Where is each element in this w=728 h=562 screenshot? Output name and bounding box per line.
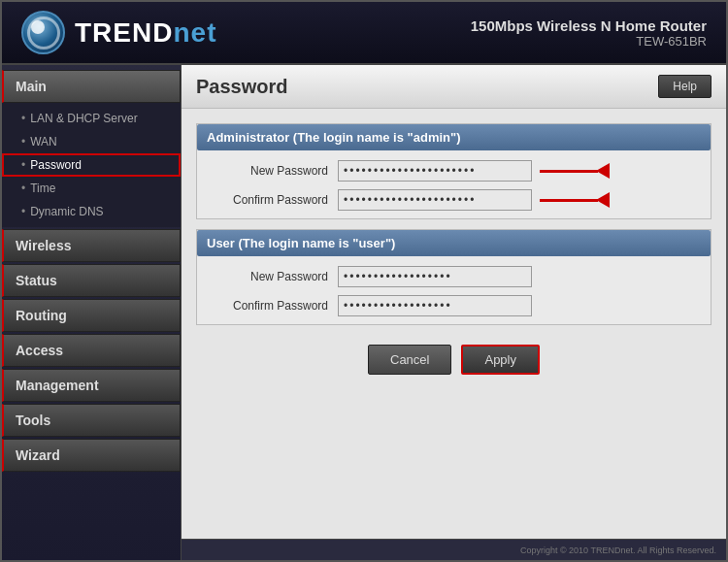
sidebar-item-tools[interactable]: Tools [2,404,181,437]
apply-button[interactable]: Apply [461,345,540,375]
sidebar-item-time[interactable]: • Time [2,177,181,200]
sidebar-item-wizard[interactable]: Wizard [2,439,181,472]
sidebar-wireless-label: Wireless [16,238,71,253]
bullet-icon: • [21,135,25,149]
admin-confirm-password-arrow [540,192,610,208]
user-section: User (The login name is "user") New Pass… [196,229,711,325]
help-button[interactable]: Help [658,75,711,98]
cancel-button[interactable]: Cancel [368,345,451,375]
admin-new-password-row: New Password [197,160,711,182]
page-title: Password [196,76,287,98]
bullet-icon: • [21,158,25,172]
sidebar-item-wireless[interactable]: Wireless [2,229,181,262]
header: TRENDnet 150Mbps Wireless N Home Router … [2,2,726,65]
device-number: TEW-651BR [471,34,707,49]
sidebar-section-status: Status [2,264,181,297]
sidebar-item-main[interactable]: Main [2,70,181,103]
logo-net: net [173,17,216,48]
sidebar-item-password[interactable]: • Password [2,153,181,177]
sidebar-item-management[interactable]: Management [2,369,181,402]
sidebar-section-wireless: Wireless [2,229,181,262]
admin-section: Administrator (The login name is "admin"… [196,123,711,219]
sidebar-item-routing[interactable]: Routing [2,299,181,332]
sidebar-item-wan[interactable]: • WAN [2,130,181,153]
sidebar-section-routing: Routing [2,299,181,332]
sidebar: Main • LAN & DHCP Server • WAN • Passwor… [2,65,182,560]
content-area: Main • LAN & DHCP Server • WAN • Passwor… [2,65,726,560]
admin-confirm-password-row: Confirm Password [197,189,711,211]
sidebar-tools-label: Tools [16,413,50,428]
red-arrow-icon-2 [540,192,610,208]
admin-new-password-arrow [540,163,610,179]
admin-new-password-input[interactable] [338,160,532,182]
user-section-header: User (The login name is "user") [197,230,711,256]
app-frame: TRENDnet 150Mbps Wireless N Home Router … [0,0,728,562]
sidebar-wan-label: WAN [30,135,57,149]
sidebar-password-label: Password [30,158,82,172]
user-new-password-label: New Password [202,270,338,283]
red-arrow-icon [540,163,610,179]
sidebar-management-label: Management [16,378,99,393]
admin-confirm-password-input[interactable] [338,189,532,211]
sidebar-item-dynamic-dns[interactable]: • Dynamic DNS [2,200,181,223]
bullet-icon: • [21,182,25,195]
sidebar-section-wizard: Wizard [2,439,181,472]
sidebar-main-label: Main [16,79,47,94]
sidebar-section-tools: Tools [2,404,181,437]
button-row: Cancel Apply [196,340,711,380]
device-info: 150Mbps Wireless N Home Router TEW-651BR [471,17,707,49]
sidebar-item-lan-dhcp[interactable]: • LAN & DHCP Server [2,107,181,130]
bullet-icon: • [21,205,25,218]
main-panel: Password Help Administrator (The login n… [182,65,726,560]
user-new-password-row: New Password [197,266,711,287]
admin-confirm-password-label: Confirm Password [202,193,338,207]
admin-new-password-label: New Password [202,164,338,178]
user-confirm-password-input[interactable] [338,295,532,316]
logo-area: TRENDnet [21,11,216,54]
sidebar-section-management: Management [2,369,181,402]
sidebar-time-label: Time [30,182,55,195]
device-model: 150Mbps Wireless N Home Router [471,17,707,34]
sidebar-wizard-label: Wizard [16,447,60,463]
admin-section-header: Administrator (The login name is "admin"… [197,124,711,150]
sidebar-section-access: Access [2,334,181,367]
sidebar-access-label: Access [16,343,63,358]
user-confirm-password-row: Confirm Password [197,295,711,316]
sidebar-item-access[interactable]: Access [2,334,181,367]
sidebar-lan-label: LAN & DHCP Server [30,112,137,125]
logo-text: TRENDnet [75,17,216,49]
logo-icon [21,11,65,54]
sidebar-main-subitems: • LAN & DHCP Server • WAN • Password • T… [2,103,181,227]
panel-content: Administrator (The login name is "admin"… [182,109,726,539]
sidebar-dynamic-dns-label: Dynamic DNS [30,205,103,218]
logo-trend: TREND [75,17,173,48]
bullet-icon: • [21,112,25,125]
copyright-text: Copyright © 2010 TRENDnet. All Rights Re… [520,545,716,555]
sidebar-item-status[interactable]: Status [2,264,181,297]
user-confirm-password-label: Confirm Password [202,299,338,313]
sidebar-routing-label: Routing [16,308,67,323]
sidebar-status-label: Status [16,273,57,288]
sidebar-section-main: Main • LAN & DHCP Server • WAN • Passwor… [2,70,181,227]
panel-header: Password Help [182,65,726,109]
user-new-password-input[interactable] [338,266,532,287]
footer: Copyright © 2010 TRENDnet. All Rights Re… [182,539,726,560]
